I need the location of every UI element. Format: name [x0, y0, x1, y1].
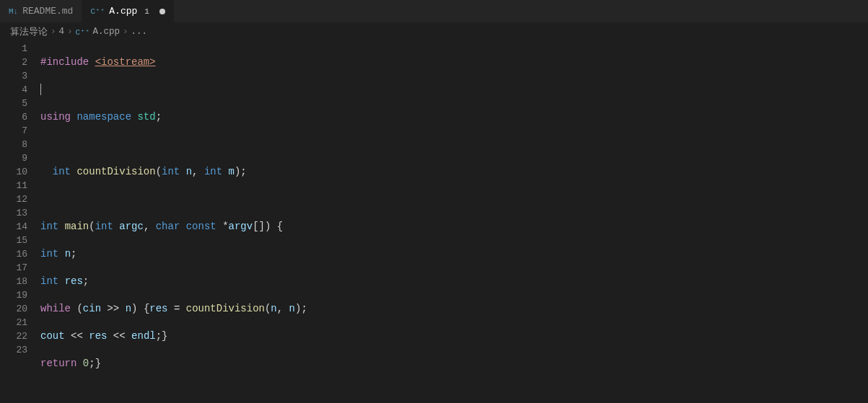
line-number: 22	[0, 329, 27, 343]
tab-a-cpp[interactable]: C⁺⁺ A.cpp 1	[82, 0, 173, 23]
dirty-indicator-icon	[159, 9, 165, 14]
line-number-gutter: 1234567891011121314151617181920212223	[0, 40, 40, 403]
line-number: 7	[0, 124, 27, 138]
chevron-right-icon: ›	[123, 27, 128, 37]
breadcrumb[interactable]: 算法导论 › 4 › C⁺⁺ A.cpp › ...	[0, 23, 868, 40]
tab-readme[interactable]: M↓ README.md	[0, 0, 82, 23]
line-number: 10	[0, 165, 27, 179]
line-number: 14	[0, 220, 27, 234]
code-content[interactable]: #include <iostream> using namespace std;…	[40, 40, 868, 403]
tab-label: A.cpp	[109, 6, 137, 17]
line-number: 17	[0, 261, 27, 275]
line-number: 19	[0, 288, 27, 302]
cpp-icon: C⁺⁺	[76, 27, 90, 37]
line-number: 9	[0, 151, 27, 165]
breadcrumb-segment[interactable]: ...	[131, 27, 147, 37]
line-number: 23	[0, 343, 27, 357]
line-number: 8	[0, 138, 27, 151]
line-number: 16	[0, 247, 27, 261]
chevron-right-icon: ›	[67, 27, 73, 37]
line-number: 3	[0, 69, 27, 83]
markdown-icon: M↓	[9, 7, 18, 16]
line-number: 4	[0, 83, 27, 97]
breadcrumb-segment[interactable]: 4	[59, 27, 65, 37]
line-number: 13	[0, 206, 27, 220]
line-number: 1	[0, 42, 27, 56]
cpp-icon: C⁺⁺	[90, 6, 105, 16]
line-number: 12	[0, 192, 27, 206]
breadcrumb-segment[interactable]: 算法导论	[10, 26, 48, 38]
chevron-right-icon: ›	[51, 27, 56, 37]
tab-label: README.md	[22, 6, 73, 17]
line-number: 15	[0, 234, 27, 247]
line-number: 5	[0, 97, 27, 110]
tab-bar: M↓ README.md C⁺⁺ A.cpp 1	[0, 0, 868, 23]
line-number: 21	[0, 316, 27, 329]
line-number: 18	[0, 275, 27, 288]
text-cursor-icon	[40, 84, 41, 95]
code-editor[interactable]: 1234567891011121314151617181920212223 #i…	[0, 40, 868, 403]
tab-problem-badge: 1	[141, 7, 152, 16]
line-number: 2	[0, 56, 27, 69]
line-number: 11	[0, 179, 27, 192]
line-number: 20	[0, 302, 27, 316]
line-number: 6	[0, 110, 27, 124]
breadcrumb-segment[interactable]: A.cpp	[92, 27, 120, 37]
